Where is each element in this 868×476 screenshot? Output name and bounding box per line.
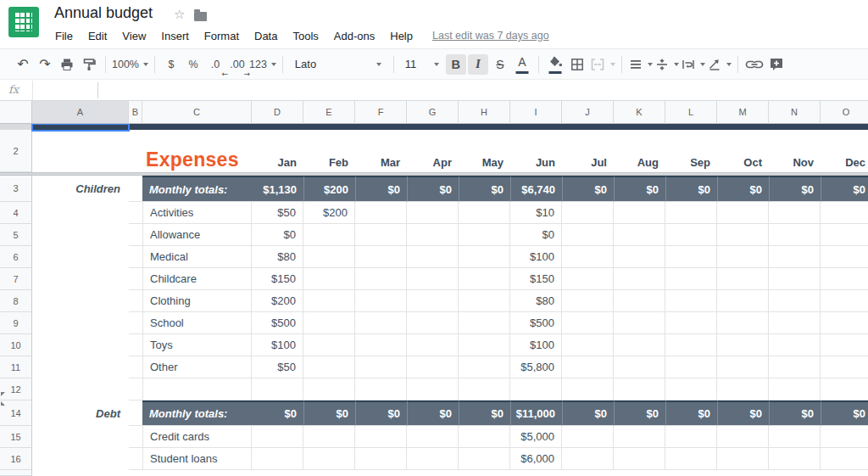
cell-E15[interactable]: [303, 426, 355, 448]
cell-O14[interactable]: $0: [821, 400, 868, 426]
cell-G16[interactable]: [407, 448, 459, 470]
cell-C12[interactable]: [142, 378, 252, 400]
cell-O15[interactable]: [821, 426, 868, 448]
cell-E11[interactable]: [303, 356, 355, 378]
cell-N12[interactable]: [769, 378, 821, 400]
cell-N4[interactable]: [769, 202, 821, 224]
column-header-F[interactable]: F: [355, 100, 407, 124]
row-header-10[interactable]: 10: [0, 334, 32, 356]
menu-file[interactable]: File: [47, 30, 81, 42]
cell-A2[interactable]: [32, 130, 129, 172]
cell-H11[interactable]: [459, 356, 510, 378]
increase-decimal-button[interactable]: .00→: [227, 54, 248, 75]
cell-M12[interactable]: [717, 378, 769, 400]
cell-J10[interactable]: [562, 334, 614, 356]
cell-N14[interactable]: $0: [769, 400, 821, 426]
cell-M2[interactable]: Oct: [717, 130, 769, 172]
cell-O9[interactable]: [821, 312, 868, 334]
cell-O6[interactable]: [821, 246, 868, 268]
cell-H5[interactable]: [459, 224, 510, 246]
cell-D10[interactable]: $100: [252, 334, 303, 356]
menu-format[interactable]: Format: [197, 30, 247, 42]
cell-J8[interactable]: [562, 290, 614, 312]
document-title[interactable]: Annual budget: [54, 4, 153, 22]
cell-C11[interactable]: Other: [142, 356, 252, 378]
merge-cells-button[interactable]: [589, 54, 615, 75]
cell-M9[interactable]: [717, 312, 769, 334]
cell-K16[interactable]: [614, 448, 665, 470]
cell-O4[interactable]: [821, 202, 868, 224]
cell-B6[interactable]: [129, 246, 142, 268]
strikethrough-button[interactable]: S: [490, 54, 510, 75]
cell-K12[interactable]: [614, 378, 665, 400]
cell-F8[interactable]: [355, 290, 407, 312]
cell-C9[interactable]: School: [142, 312, 252, 334]
cell-E3[interactable]: $200: [303, 176, 355, 202]
cell-O5[interactable]: [821, 224, 868, 246]
cell-I2[interactable]: Jun: [510, 130, 562, 172]
cell-F4[interactable]: [355, 202, 407, 224]
cell-K7[interactable]: [614, 268, 665, 290]
cell-A12[interactable]: [32, 378, 129, 400]
menu-view[interactable]: View: [114, 30, 153, 42]
cell-H2[interactable]: May: [459, 130, 510, 172]
cell-O8[interactable]: [821, 290, 868, 312]
cell-F3[interactable]: $0: [355, 176, 407, 202]
cell-G5[interactable]: [407, 224, 459, 246]
cell-H16[interactable]: [459, 448, 510, 470]
cell-M15[interactable]: [717, 426, 769, 448]
cell-K9[interactable]: [614, 312, 665, 334]
cell-I3[interactable]: $6,740: [510, 176, 562, 202]
cell-A5[interactable]: [32, 224, 129, 246]
cell-N10[interactable]: [769, 334, 821, 356]
cell-A10[interactable]: [32, 334, 129, 356]
cell-K11[interactable]: [614, 356, 665, 378]
cell-K3[interactable]: $0: [614, 176, 665, 202]
cell-J7[interactable]: [562, 268, 614, 290]
row-header-12[interactable]: 12: [0, 378, 32, 400]
cell-O3[interactable]: $0: [821, 176, 868, 202]
cell-F7[interactable]: [355, 268, 407, 290]
cell-G8[interactable]: [407, 290, 459, 312]
vertical-align-button[interactable]: [654, 54, 679, 75]
cell-A3[interactable]: Children: [32, 176, 129, 202]
menu-insert[interactable]: Insert: [153, 30, 197, 42]
paint-format-icon[interactable]: [79, 54, 99, 75]
cell-H12[interactable]: [459, 378, 510, 400]
redo-icon[interactable]: ↷: [35, 54, 55, 75]
column-header-K[interactable]: K: [614, 100, 665, 124]
cell-E10[interactable]: [303, 334, 355, 356]
cell-C14[interactable]: Monthly totals:: [142, 400, 252, 426]
cell-C3[interactable]: Monthly totals:: [142, 176, 252, 202]
cell-C6[interactable]: Medical: [142, 246, 252, 268]
cell-E14[interactable]: $0: [303, 400, 355, 426]
cell-O12[interactable]: [821, 378, 868, 400]
cell-C16[interactable]: Student loans: [142, 448, 252, 470]
row-1-cells[interactable]: [32, 124, 868, 130]
cell-B4[interactable]: [129, 202, 142, 224]
decrease-decimal-button[interactable]: .0←: [205, 54, 225, 75]
column-header-O[interactable]: O: [821, 100, 868, 124]
cell-G14[interactable]: $0: [407, 400, 459, 426]
cell-I15[interactable]: $5,000: [510, 426, 562, 448]
cell-M8[interactable]: [717, 290, 769, 312]
cell-C5[interactable]: Allowance: [142, 224, 252, 246]
cell-K4[interactable]: [614, 202, 665, 224]
cell-C10[interactable]: Toys: [142, 334, 252, 356]
cell-M16[interactable]: [717, 448, 769, 470]
cell-H7[interactable]: [459, 268, 510, 290]
cell-D7[interactable]: $150: [252, 268, 303, 290]
cell-B10[interactable]: [129, 334, 142, 356]
cell-A6[interactable]: [32, 246, 129, 268]
cell-H9[interactable]: [459, 312, 510, 334]
cell-D3[interactable]: $1,130: [252, 176, 303, 202]
cell-E4[interactable]: $200: [303, 202, 355, 224]
cell-G2[interactable]: Apr: [407, 130, 459, 172]
cell-F14[interactable]: $0: [355, 400, 407, 426]
cell-D6[interactable]: $80: [252, 246, 303, 268]
insert-link-icon[interactable]: [744, 54, 765, 75]
row-header-2[interactable]: 2: [0, 130, 32, 172]
cell-M6[interactable]: [717, 246, 769, 268]
row-header-11[interactable]: 11: [0, 356, 32, 378]
row-header-8[interactable]: 8: [0, 290, 32, 312]
